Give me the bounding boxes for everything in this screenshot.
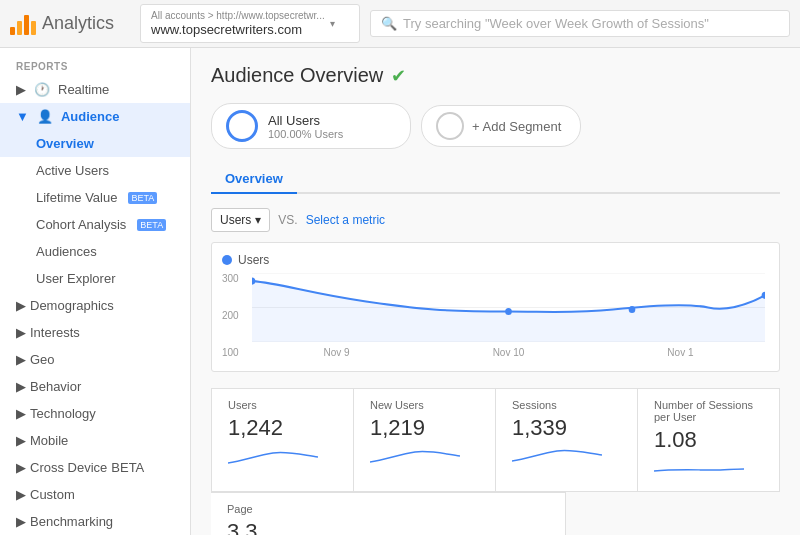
clock-icon: 🕐 <box>34 82 50 97</box>
segment-percent: 100.00% Users <box>268 128 343 140</box>
current-url: www.topsecretwriters.com <box>151 22 325 37</box>
stat-label: New Users <box>370 399 479 411</box>
app-header: Analytics All accounts > http://www.tops… <box>0 0 800 48</box>
stat-label: Page <box>227 503 549 515</box>
beta-badge: BETA <box>111 460 144 475</box>
collapse-icon: ▼ <box>16 109 29 124</box>
sidebar-item-behavior[interactable]: ▶ Behavior <box>0 373 190 400</box>
y-label-200: 200 <box>222 310 252 321</box>
sidebar-item-label: Custom <box>30 487 75 502</box>
segment-pill-all-users[interactable]: All Users 100.00% Users <box>211 103 411 149</box>
arrow-icon: ▶ <box>16 298 26 313</box>
stat-sparkline <box>512 445 621 469</box>
arrow-icon: ▶ <box>16 352 26 367</box>
segment-name: All Users <box>268 113 343 128</box>
url-dropdown-icon[interactable]: ▾ <box>330 18 335 29</box>
main-layout: REPORTS ▶ 🕐 Realtime ▼ 👤 Audience Overvi… <box>0 48 800 535</box>
legend-dot <box>222 255 232 265</box>
arrow-icon: ▶ <box>16 379 26 394</box>
legend-label: Users <box>238 253 269 267</box>
metric-value: Users <box>220 213 251 227</box>
arrow-icon: ▶ <box>16 433 26 448</box>
sidebar-item-geo[interactable]: ▶ Geo <box>0 346 190 373</box>
stat-card-new-users: New Users 1,219 <box>354 388 496 492</box>
expand-icon: ▶ <box>16 82 26 97</box>
sidebar-item-realtime[interactable]: ▶ 🕐 Realtime <box>0 76 190 103</box>
arrow-icon: ▶ <box>16 514 26 529</box>
sidebar-item-active-users[interactable]: Active Users <box>0 157 190 184</box>
breadcrumb: All accounts > http://www.topsecretwr... <box>151 10 325 21</box>
sidebar-item-label: User Explorer <box>36 271 115 286</box>
stat-label: Sessions <box>512 399 621 411</box>
sidebar-item-lifetime-value[interactable]: Lifetime Value BETA <box>0 184 190 211</box>
sidebar-item-overview[interactable]: Overview <box>0 130 190 157</box>
beta-badge: BETA <box>128 192 157 204</box>
sidebar-item-label: Demographics <box>30 298 114 313</box>
app-logo: Analytics <box>10 13 130 35</box>
segment-bar: All Users 100.00% Users + Add Segment <box>211 103 780 149</box>
add-segment-label: + Add Segment <box>472 119 561 134</box>
x-label-nov9: Nov 9 <box>324 347 350 358</box>
sidebar-item-demographics[interactable]: ▶ Demographics <box>0 292 190 319</box>
sidebar-item-mobile[interactable]: ▶ Mobile <box>0 427 190 454</box>
stat-sparkline <box>228 445 337 469</box>
logo-icon <box>10 13 36 35</box>
stats-row-1: Users 1,242 New Users 1,219 Sessio <box>211 388 780 535</box>
page-title-row: Audience Overview ✔ <box>211 64 780 87</box>
sidebar-item-label: Active Users <box>36 163 109 178</box>
person-icon: 👤 <box>37 109 53 124</box>
sidebar-item-label: Benchmarking <box>30 514 113 529</box>
sidebar: REPORTS ▶ 🕐 Realtime ▼ 👤 Audience Overvi… <box>0 48 191 535</box>
url-bar[interactable]: All accounts > http://www.topsecretwr...… <box>140 4 360 43</box>
chart-y-labels: 300 200 100 <box>222 273 252 358</box>
vs-label: VS. <box>278 213 297 227</box>
sidebar-item-label: Overview <box>36 136 94 151</box>
stat-card-users: Users 1,242 <box>211 388 354 492</box>
sidebar-item-label: Audiences <box>36 244 97 259</box>
sidebar-item-label: Technology <box>30 406 96 421</box>
stat-card-pageviews: Page 3,3 <box>211 492 566 535</box>
sidebar-item-label: Geo <box>30 352 55 367</box>
x-label-nov11: Nov 1 <box>667 347 693 358</box>
sidebar-item-label: Behavior <box>30 379 81 394</box>
sidebar-item-interests[interactable]: ▶ Interests <box>0 319 190 346</box>
search-placeholder: Try searching "Week over Week Growth of … <box>403 16 709 31</box>
chart-area: 300 200 100 <box>222 273 765 358</box>
sidebar-item-audiences[interactable]: Audiences <box>0 238 190 265</box>
metric-selector-row: Users ▾ VS. Select a metric <box>211 208 780 232</box>
stat-card-sessions: Sessions 1,339 <box>496 388 638 492</box>
beta-badge: BETA <box>137 219 166 231</box>
sidebar-item-audience[interactable]: ▼ 👤 Audience <box>0 103 190 130</box>
stat-sparkline <box>654 457 763 481</box>
sidebar-item-label: Interests <box>30 325 80 340</box>
stat-label: Number of Sessions per User <box>654 399 763 423</box>
chart-x-labels: Nov 9 Nov 10 Nov 1 <box>252 347 765 358</box>
sidebar-item-cross-device[interactable]: ▶ Cross Device BETA <box>0 454 190 481</box>
svg-point-4 <box>505 308 512 315</box>
sidebar-item-label: Cross Device <box>30 460 107 475</box>
stat-value: 1,242 <box>228 415 337 441</box>
sidebar-item-label: Audience <box>61 109 120 124</box>
select-metric-link[interactable]: Select a metric <box>306 213 385 227</box>
metric-dropdown[interactable]: Users ▾ <box>211 208 270 232</box>
add-segment-button[interactable]: + Add Segment <box>421 105 581 147</box>
sidebar-item-cohort-analysis[interactable]: Cohort Analysis BETA <box>0 211 190 238</box>
sidebar-item-label: Cohort Analysis <box>36 217 126 232</box>
chart-svg-area <box>252 273 765 342</box>
sidebar-item-benchmarking[interactable]: ▶ Benchmarking <box>0 508 190 535</box>
sidebar-item-technology[interactable]: ▶ Technology <box>0 400 190 427</box>
search-bar[interactable]: 🔍 Try searching "Week over Week Growth o… <box>370 10 790 37</box>
sidebar-item-user-explorer[interactable]: User Explorer <box>0 265 190 292</box>
stat-value: 1.08 <box>654 427 763 453</box>
app-name: Analytics <box>42 13 114 34</box>
tab-overview[interactable]: Overview <box>211 165 297 194</box>
sidebar-item-label: Lifetime Value <box>36 190 117 205</box>
sidebar-item-label: Realtime <box>58 82 109 97</box>
arrow-icon: ▶ <box>16 460 26 475</box>
search-icon: 🔍 <box>381 16 397 31</box>
chart-container: Users 300 200 100 <box>211 242 780 372</box>
tab-bar: Overview <box>211 165 780 194</box>
verified-icon: ✔ <box>391 65 406 87</box>
segment-circle-icon <box>226 110 258 142</box>
sidebar-item-custom[interactable]: ▶ Custom <box>0 481 190 508</box>
